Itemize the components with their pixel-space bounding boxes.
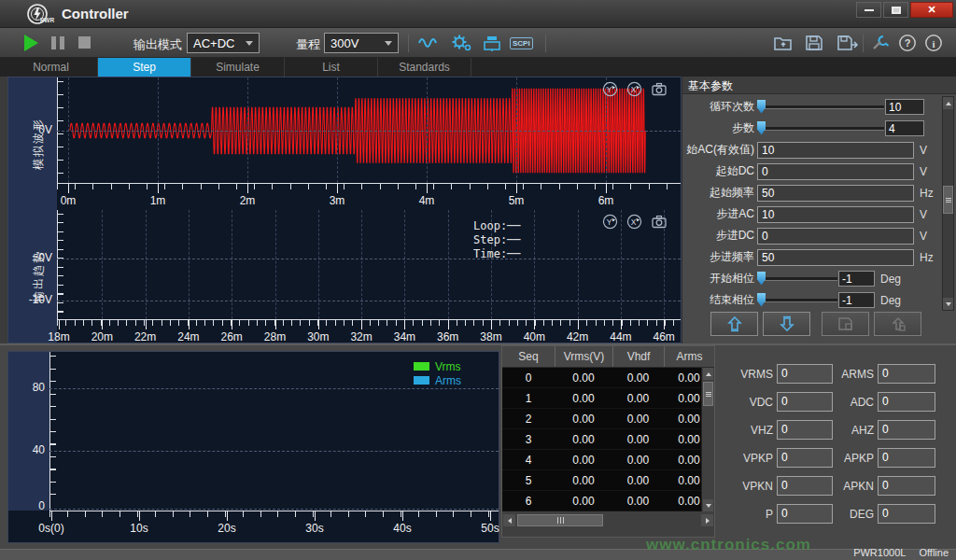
table-row[interactable]: 50.000.000.00 [502,470,714,491]
monitor-icon[interactable] [483,34,501,52]
measurement-value[interactable]: 0 [777,392,833,412]
maximize-button[interactable] [883,2,908,18]
param-slider[interactable] [759,127,884,131]
output-mode-select[interactable]: AC+DC [187,33,260,53]
measurement-label: VHZ [724,424,773,437]
x-tick-label: 2m [240,194,256,207]
measurement-value[interactable]: 0 [878,504,935,524]
x-major-tick [337,184,338,193]
tab-standards[interactable]: Standards [378,58,471,77]
scroll-left-icon[interactable] [503,514,515,526]
param-input[interactable]: 10 [757,206,914,223]
x-tick-label: 50s [481,522,499,535]
param-input[interactable]: 0 [757,228,914,245]
measurement-value[interactable]: 0 [777,364,833,384]
measurement-value[interactable]: 0 [878,448,935,468]
slider-thumb[interactable] [757,121,766,135]
slider-thumb[interactable] [757,100,766,114]
param-slider[interactable] [759,299,837,302]
param-slider[interactable] [759,277,837,281]
trend-plot: Loop:──Step:──Time:── Y X [57,210,681,319]
snapshot-camera-icon[interactable] [651,81,668,97]
range-select[interactable]: 300V [324,33,399,53]
save-file-icon[interactable] [805,34,823,52]
table-row[interactable]: 00.000.000.00 [502,368,714,388]
measurement-value[interactable]: 0 [878,420,935,440]
close-button[interactable]: ✕ [910,2,953,18]
tab-list[interactable]: List [285,58,378,77]
help-icon[interactable]: ? [898,34,917,52]
scrollbar-thumb[interactable] [517,514,603,526]
measurement-value[interactable]: 0 [878,364,935,384]
measurement-value[interactable]: 0 [878,476,935,496]
download-params-button[interactable] [763,312,810,336]
x-autoscale-icon[interactable]: X [626,81,642,97]
tab-simulate[interactable]: Simulate [191,58,285,77]
param-label: 开始相位 [682,271,757,287]
param-label: 始AC(有效值) [682,142,757,158]
scroll-up-icon[interactable] [943,97,953,109]
table-row[interactable]: 20.000.000.00 [502,409,714,429]
measurement-value[interactable]: 0 [777,476,833,496]
info-icon[interactable]: i [924,34,943,52]
scrollbar-thumb[interactable] [943,186,953,214]
waveform-view-icon[interactable] [417,34,442,52]
table-cell: 0.00 [555,470,612,490]
table-vscrollbar[interactable] [701,368,714,511]
x-autoscale-icon[interactable]: X [626,214,642,230]
column-header[interactable]: Vhdf [612,346,664,367]
param-input[interactable]: 10 [757,142,914,159]
param-slider[interactable] [759,105,884,109]
measurement-value[interactable]: 0 [777,448,833,468]
measurement-value[interactable]: 0 [878,392,935,412]
column-header[interactable]: Seq [502,346,555,367]
measurement-value[interactable]: 0 [777,420,833,440]
open-file-icon[interactable] [773,34,794,52]
column-header[interactable]: Arms [664,346,714,367]
stop-button[interactable] [78,36,91,49]
trend-annotation: Step:── [473,233,521,247]
measurement-value[interactable]: 0 [777,504,833,524]
table-row[interactable]: 10.000.000.00 [502,388,714,409]
minimize-button[interactable] [856,2,881,18]
scroll-down-icon[interactable] [703,499,713,511]
param-value[interactable]: 4 [885,120,924,136]
slider-thumb[interactable] [757,293,766,307]
table-row[interactable]: 30.000.000.00 [502,429,714,450]
scroll-right-icon[interactable] [701,514,713,526]
save-as-file-icon[interactable] [836,34,859,52]
table-row[interactable]: 40.000.000.00 [502,450,714,470]
param-input[interactable]: 0 [757,163,914,180]
run-button[interactable] [24,35,38,51]
tab-normal[interactable]: Normal [5,58,98,77]
slider-thumb[interactable] [757,272,766,286]
scpi-icon[interactable]: SCPI [510,37,533,49]
upload-params-button[interactable] [710,312,758,336]
param-input[interactable]: 50 [757,185,914,202]
scrollbar-thumb[interactable] [703,382,713,406]
load-params-button[interactable] [874,312,921,336]
x-major-tick [318,320,319,329]
scroll-down-icon[interactable] [943,298,953,310]
param-value[interactable]: -1 [838,292,875,308]
trend-y-gutter: 输出趋势 0V-10V [8,210,57,343]
tab-step[interactable]: Step [98,58,191,77]
y-autoscale-icon[interactable]: Y [602,214,618,230]
snapshot-camera-icon[interactable] [651,214,668,230]
output-mode-label: 输出模式 [134,36,182,53]
save-params-button[interactable] [822,312,869,336]
measurement-label: AHZ [833,424,874,437]
table-hscrollbar[interactable] [502,512,714,528]
scroll-up-icon[interactable] [703,368,713,380]
column-header[interactable]: Vrms(V) [555,346,612,367]
param-input[interactable]: 50 [757,249,914,266]
settings-gear-icon[interactable] [450,34,472,52]
param-value[interactable]: -1 [838,271,875,287]
param-value[interactable]: 10 [885,99,924,115]
params-scrollbar[interactable] [942,96,954,311]
table-row[interactable]: 60.000.000.00 [502,491,714,511]
pause-button[interactable] [51,36,64,49]
y-autoscale-icon[interactable]: Y [602,81,618,97]
measurement-row: VRMS0ARMS0 [724,364,935,384]
tools-wrench-icon[interactable] [870,34,891,52]
